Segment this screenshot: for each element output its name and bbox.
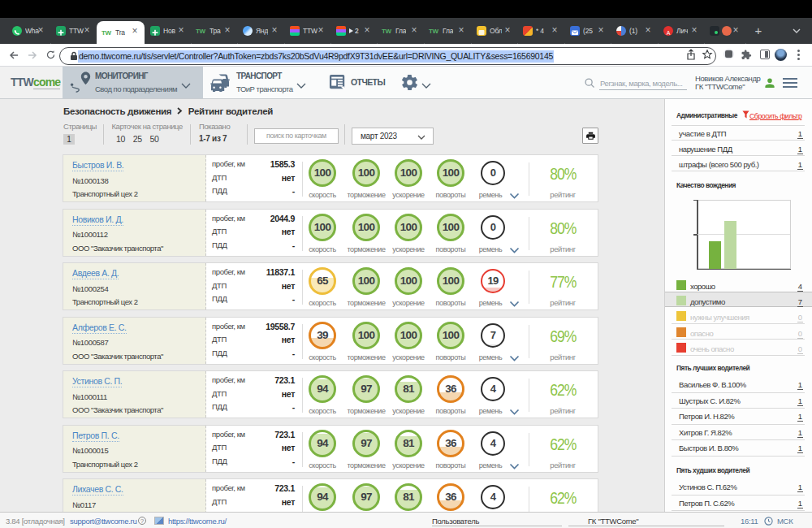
svg-text:А: А [667, 30, 671, 36]
